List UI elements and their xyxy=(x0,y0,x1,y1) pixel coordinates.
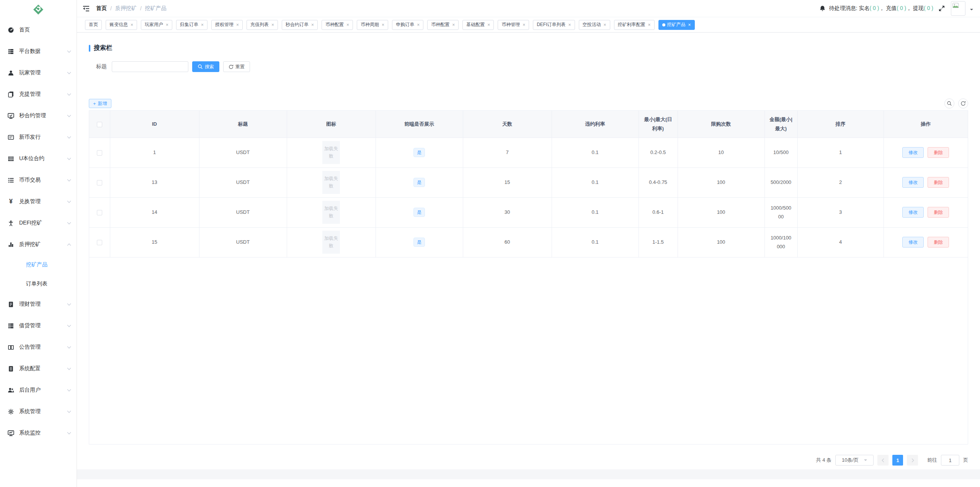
avatar-caret-icon[interactable] xyxy=(970,9,973,12)
breadcrumb-home[interactable]: 首页 xyxy=(96,5,107,12)
close-icon[interactable] xyxy=(201,23,204,27)
avatar[interactable] xyxy=(951,1,965,16)
close-icon[interactable] xyxy=(688,23,691,27)
sidebar-item-notice-manage[interactable]: 公告管理 xyxy=(0,336,77,358)
pending-recharge-count[interactable]: ( 0 ) xyxy=(897,5,906,11)
tab-label: 首页 xyxy=(89,21,98,28)
row-checkbox[interactable] xyxy=(97,210,102,215)
tab-recharge-list[interactable]: 充值列表 xyxy=(247,20,278,30)
tab-coin-manage[interactable]: 币种管理 xyxy=(498,20,529,30)
next-page-button[interactable] xyxy=(907,455,918,466)
sidebar-item-label: 兑换管理 xyxy=(19,198,68,205)
prev-page-button[interactable] xyxy=(877,455,889,466)
table-search-icon[interactable] xyxy=(944,98,954,108)
select-all-checkbox[interactable] xyxy=(97,122,102,127)
sidebar-item-system-monitor[interactable]: 系统监控 xyxy=(0,422,77,444)
fullscreen-icon[interactable] xyxy=(938,5,946,12)
delete-button[interactable]: 删除 xyxy=(928,147,949,158)
row-checkbox[interactable] xyxy=(97,240,102,245)
header-purchase-limit: 限购次数 xyxy=(678,111,764,138)
close-icon[interactable] xyxy=(523,23,525,27)
tab-coin-config-2[interactable]: 币种配置 xyxy=(427,20,459,30)
sidebar-item-system-config[interactable]: 系统配置 xyxy=(0,358,77,379)
sidebar-item-platform-data[interactable]: 平台数据 xyxy=(0,41,77,62)
page-content: 搜索栏 标题 搜索 重置 新增 xyxy=(77,33,980,466)
table-row: 1 USDT 加载失败 是 7 0.1 0.2-0.5 10 10/500 1 … xyxy=(89,138,968,167)
tab-second-contract-orders[interactable]: 秒合约订单 xyxy=(282,20,318,30)
sidebar-item-defi-mining[interactable]: DEFI挖矿 xyxy=(0,212,77,234)
search-button[interactable]: 搜索 xyxy=(192,61,219,72)
close-icon[interactable] xyxy=(417,23,420,27)
tab-coin-period[interactable]: 币种周期 xyxy=(357,20,388,30)
tab-base-config[interactable]: 基础配置 xyxy=(462,20,494,30)
cell-sort: 3 xyxy=(797,197,884,227)
table-refresh-icon[interactable] xyxy=(958,98,968,108)
sidebar-item-home[interactable]: 首页 xyxy=(0,19,77,41)
sidebar-item-finance-manage[interactable]: 理财管理 xyxy=(0,294,77,315)
row-checkbox[interactable] xyxy=(97,180,102,185)
sidebar-item-second-contract[interactable]: 秒合约管理 xyxy=(0,105,77,126)
sidebar-item-backend-user[interactable]: 后台用户 xyxy=(0,379,77,401)
close-icon[interactable] xyxy=(236,23,239,27)
sidebar-item-lending-manage[interactable]: 借贷管理 xyxy=(0,315,77,336)
close-icon[interactable] xyxy=(271,23,274,27)
close-icon[interactable] xyxy=(311,23,314,27)
sidebar-item-recharge-withdraw[interactable]: 充提管理 xyxy=(0,84,77,105)
sidebar-subitem-order-list[interactable]: 订单列表 xyxy=(0,274,77,294)
tab-airdrop[interactable]: 空投活动 xyxy=(579,20,610,30)
goto-page-input[interactable] xyxy=(941,455,959,466)
tab-mining-rate-config[interactable]: 挖矿利率配置 xyxy=(614,20,655,30)
close-icon[interactable] xyxy=(487,23,490,27)
add-button[interactable]: 新增 xyxy=(89,99,111,108)
title-search-input[interactable] xyxy=(112,61,188,72)
lending-icon xyxy=(8,323,14,329)
page-number-1[interactable]: 1 xyxy=(892,455,903,466)
tab-home[interactable]: 首页 xyxy=(85,20,102,30)
pagination-total: 共 4 条 xyxy=(816,457,831,464)
tab-mining-products[interactable]: 挖矿产品 xyxy=(658,20,695,30)
sidebar-item-u-contract[interactable]: U本位合约 xyxy=(0,148,77,169)
edit-button[interactable]: 修改 xyxy=(902,147,924,158)
pending-realname-count[interactable]: ( 0 ) xyxy=(870,5,879,11)
sidebar-item-coin-trade[interactable]: 币币交易 xyxy=(0,169,77,191)
breadcrumb: 首页 / 质押挖矿 / 挖矿产品 xyxy=(96,5,167,12)
exchange-yen-icon: ¥ xyxy=(8,198,14,205)
sidebar-item-stake-mining[interactable]: 质押挖矿 xyxy=(0,234,77,255)
tab-coin-config[interactable]: 币种配置 xyxy=(322,20,353,30)
sidebar-item-exchange[interactable]: ¥ 兑换管理 xyxy=(0,191,77,212)
reset-button[interactable]: 重置 xyxy=(223,61,250,72)
close-icon[interactable] xyxy=(346,23,349,27)
close-icon[interactable] xyxy=(166,23,168,27)
sidebar-item-system-manage[interactable]: 系统管理 xyxy=(0,401,77,422)
tab-account-change[interactable]: 账变信息 xyxy=(106,20,137,30)
chevron-down-icon xyxy=(67,430,71,434)
close-icon[interactable] xyxy=(604,23,606,27)
close-icon[interactable] xyxy=(131,23,133,27)
tab-player-user[interactable]: 玩家用户 xyxy=(141,20,172,30)
tab-defi-order-list[interactable]: DEFI订单列表 xyxy=(533,20,575,30)
row-checkbox[interactable] xyxy=(97,150,102,156)
sidebar-item-new-coin[interactable]: 新币发行 xyxy=(0,126,77,148)
tab-collect-orders[interactable]: 归集订单 xyxy=(176,20,207,30)
pending-withdraw-count[interactable]: ( 0 ) xyxy=(924,5,933,11)
icon-load-failed-placeholder: 加载失败 xyxy=(322,201,340,224)
close-icon[interactable] xyxy=(452,23,455,27)
edit-button[interactable]: 修改 xyxy=(902,177,924,188)
delete-button[interactable]: 删除 xyxy=(928,237,949,248)
main-area: 首页 / 质押挖矿 / 挖矿产品 待处理消息: 实名( 0 )， 充值( 0 )… xyxy=(77,0,980,487)
breadcrumb-stake-mining[interactable]: 质押挖矿 xyxy=(115,5,137,12)
page-size-select[interactable]: 10条/页 xyxy=(835,455,874,466)
sidebar-subitem-mining-products[interactable]: 挖矿产品 xyxy=(0,255,77,274)
delete-button[interactable]: 删除 xyxy=(928,207,949,218)
cell-amount: 1000/100000 xyxy=(764,227,797,257)
close-icon[interactable] xyxy=(648,23,651,27)
tab-subscribe-orders[interactable]: 申购订单 xyxy=(392,20,423,30)
sidebar-item-player-manage[interactable]: 玩家管理 xyxy=(0,62,77,84)
close-icon[interactable] xyxy=(382,23,384,27)
hamburger-icon[interactable] xyxy=(82,5,90,12)
edit-button[interactable]: 修改 xyxy=(902,237,924,248)
close-icon[interactable] xyxy=(568,23,571,27)
tab-auth-manage[interactable]: 授权管理 xyxy=(211,20,243,30)
delete-button[interactable]: 删除 xyxy=(928,177,949,188)
edit-button[interactable]: 修改 xyxy=(902,207,924,218)
